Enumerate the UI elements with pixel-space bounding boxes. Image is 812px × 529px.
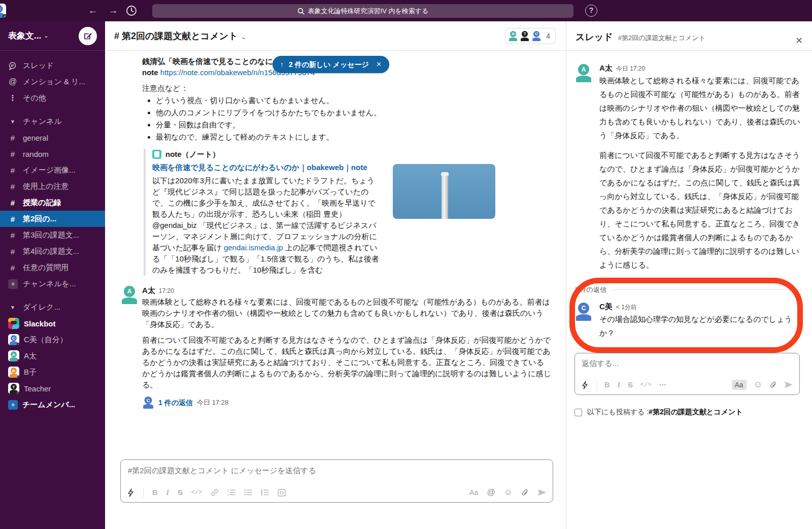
note-article-link[interactable]: 映画を倍速で見ることのなにがわるいのか｜obakeweb｜note	[152, 163, 367, 172]
emoji-icon[interactable]: ☺	[754, 380, 762, 390]
view-thread-link[interactable]: 1 件の返信	[158, 397, 193, 408]
vertical-dots-icon: ⋮	[8, 93, 17, 103]
compose-button[interactable]	[79, 27, 97, 45]
message-author[interactable]: C美	[599, 302, 613, 311]
workspace-chevron-icon: ⌄	[44, 32, 48, 39]
workspace-name[interactable]: 表象文...	[8, 30, 41, 42]
hash-icon: #	[8, 215, 17, 223]
channels-section-header[interactable]: ▼ チャンネル	[0, 113, 105, 129]
send-icon[interactable]	[537, 488, 547, 497]
code-block-icon[interactable]	[278, 489, 286, 497]
attachment-paperclip-icon[interactable]	[769, 381, 777, 389]
search-input[interactable]: 表象文化論特殊研究演習IV 内を検索する	[152, 4, 573, 18]
shortcuts-lightning-icon[interactable]	[127, 488, 134, 497]
note-thumbnail-image[interactable]	[393, 164, 495, 219]
bold-button[interactable]: B	[152, 488, 157, 497]
link-preview-card[interactable]: note（ノート） 映画を倍速で見ることのなにがわるいのか｜obakeweb｜n…	[144, 149, 552, 276]
channel-title[interactable]: # 第2回の課題文献とコメント⌄	[114, 30, 246, 42]
italic-button[interactable]: I	[166, 488, 169, 497]
message-timestamp[interactable]: 17:20	[159, 287, 174, 294]
presence-online-dot	[17, 343, 19, 345]
gendai-link[interactable]: gendai.ismedia.jp	[224, 243, 283, 252]
message-author[interactable]: A太	[142, 286, 155, 294]
history-forward-button[interactable]: →	[107, 4, 120, 17]
user-avatar[interactable]: C	[0, 4, 6, 18]
blockquote-icon[interactable]	[261, 489, 269, 496]
thread-reply-bar[interactable]: C 1 件の返信 今日 17:28	[142, 396, 552, 409]
presence-online-dot	[3, 14, 6, 18]
last-reply-time: 今日 17:28	[197, 397, 228, 408]
thread-channel-name[interactable]: #第2回の課題文献とコメント	[618, 34, 705, 43]
dm-teacher[interactable]: T Teacher	[0, 380, 105, 396]
text-format-toggle[interactable]: Aa	[732, 380, 747, 390]
search-icon	[297, 8, 304, 15]
message-timestamp[interactable]: 今日 17:20	[616, 65, 645, 72]
sidebar-channel-images[interactable]: #イメージ画像...	[0, 162, 105, 178]
also-send-checkbox[interactable]	[574, 409, 582, 416]
banner-close-icon[interactable]: ✕	[376, 59, 382, 70]
channel-pane: # 第2回の課題文献とコメント⌄ A T C 4 ↑ 2 件の新しい メッセージ…	[105, 21, 566, 529]
history-back-button[interactable]: ←	[86, 4, 99, 17]
sidebar-channel-general[interactable]: #general	[0, 129, 105, 146]
dm-b[interactable]: B B子	[0, 364, 105, 380]
strikethrough-button[interactable]: S	[178, 488, 183, 497]
thread-parent-message: A A太今日 17:20 映画体験として総称される様々な要素には、回復可能である…	[574, 63, 802, 272]
italic-button[interactable]: I	[617, 381, 620, 389]
avatar-c: C	[8, 334, 19, 345]
sidebar-item-threads[interactable]: スレッド	[0, 57, 105, 74]
more-formatting-button[interactable]: ⋯	[659, 381, 666, 389]
hash-icon: #	[8, 231, 17, 240]
strikethrough-button[interactable]: S	[628, 381, 633, 389]
message-bullets: どういう視点・切り口から書いてもかまいません。 他の人のコメントにリプライをつけ…	[156, 95, 552, 143]
avatar-a: A	[508, 31, 518, 41]
replies-divider: 1 件の返信	[574, 283, 802, 296]
link-icon[interactable]	[211, 488, 219, 497]
emoji-icon[interactable]: ☺	[504, 487, 513, 498]
add-teammates-button[interactable]: + チームメンバ...	[0, 396, 105, 413]
message-paragraph: 映画体験として総称される様々な要素には、回復可能であるものと回復不可能な（可能性…	[142, 296, 552, 330]
bold-button[interactable]: B	[604, 381, 610, 389]
sidebar-channel-session4[interactable]: #第4回の課題文...	[0, 243, 105, 259]
send-icon[interactable]	[784, 381, 793, 389]
shortcuts-lightning-icon[interactable]	[581, 381, 589, 389]
mention-icon[interactable]: @	[487, 488, 495, 497]
message-timestamp[interactable]: < 1分前	[616, 304, 637, 311]
thread-reply-composer[interactable]: 返信する... B I S </> ⋯ Aa ☺	[574, 353, 800, 395]
new-messages-banner[interactable]: ↑ 2 件の新しい メッセージ ✕	[273, 56, 389, 73]
sidebar-channel-questions[interactable]: #任意の質問用	[0, 259, 105, 276]
hash-icon: #	[8, 150, 17, 158]
message-author[interactable]: A太	[599, 63, 613, 72]
close-icon[interactable]: ✕	[795, 35, 803, 46]
dm-section-header[interactable]: ▼ ダイレク...	[0, 299, 105, 315]
ordered-list-icon[interactable]: 12	[227, 489, 235, 496]
add-channel-button[interactable]: +チャンネルを...	[0, 276, 105, 292]
sidebar-channel-random[interactable]: #random	[0, 146, 105, 162]
bulleted-list-icon[interactable]	[244, 489, 252, 496]
code-button[interactable]: </>	[640, 381, 652, 388]
code-button[interactable]: </>	[191, 489, 202, 496]
member-count-button[interactable]: A T C 4	[505, 28, 556, 44]
sidebar-item-mentions[interactable]: @ メンション & リ...	[0, 74, 105, 90]
avatar-c[interactable]: C	[574, 303, 593, 321]
text-format-toggle[interactable]: Aa	[469, 488, 479, 497]
dm-a[interactable]: A A太	[0, 348, 105, 364]
history-clock-icon[interactable]	[125, 4, 138, 17]
help-icon[interactable]: ?	[585, 5, 597, 17]
sidebar-item-more[interactable]: ⋮ その他	[0, 90, 105, 106]
message-paragraph: 前者について回復不可能であると判断する見方はなさそうなので、ひとまず論点は「身体…	[599, 148, 802, 272]
sidebar-channel-session3[interactable]: #第3回の課題文...	[0, 227, 105, 243]
sidebar-channel-session2-selected[interactable]: #第2回の...	[0, 211, 105, 227]
dm-self[interactable]: C C美（自分）	[0, 332, 105, 348]
sidebar-channel-usage-notes[interactable]: #使用上の注意	[0, 178, 105, 194]
collapse-triangle-icon: ▼	[8, 305, 17, 310]
thread-panel: スレッド #第2回の課題文献とコメント ✕ A A太今日 17:20 映画体験と…	[566, 21, 812, 529]
avatar-a[interactable]: A	[574, 64, 593, 82]
note-label: note	[142, 68, 158, 77]
avatar-a[interactable]: A	[120, 286, 139, 304]
dm-slackbot[interactable]: Slackbot	[0, 315, 105, 332]
plus-icon: +	[8, 279, 18, 289]
sidebar-channel-class-records[interactable]: #授業の記録	[0, 194, 105, 211]
message-composer[interactable]: #第2回の課題文献とコメント にメッセージを送信する B I S </> 12 …	[120, 459, 553, 503]
attachment-paperclip-icon[interactable]	[521, 488, 529, 497]
collapse-triangle-icon: ▼	[8, 119, 17, 124]
